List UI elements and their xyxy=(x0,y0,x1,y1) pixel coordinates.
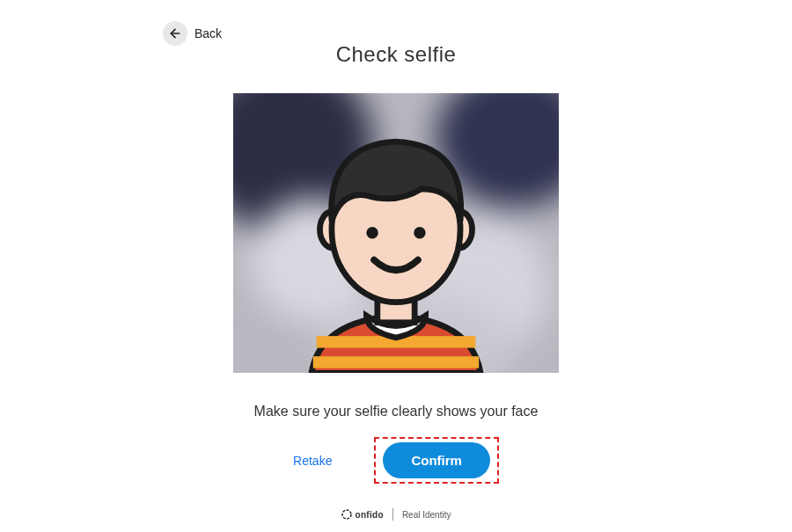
footer: onfido Real Identity xyxy=(0,508,792,521)
page-title: Check selfie xyxy=(0,42,792,67)
back-arrow-icon xyxy=(163,21,187,46)
svg-point-9 xyxy=(342,510,351,519)
footer-divider xyxy=(392,508,393,521)
action-row: Retake Confirm xyxy=(0,437,792,484)
back-label: Back xyxy=(194,26,222,40)
onfido-logo: onfido xyxy=(341,509,384,520)
retake-button[interactable]: Retake xyxy=(293,454,332,468)
svg-point-8 xyxy=(414,227,425,238)
selfie-preview xyxy=(233,93,559,373)
back-button[interactable]: Back xyxy=(163,21,222,46)
avatar-icon xyxy=(286,120,506,373)
svg-point-7 xyxy=(366,227,378,238)
footer-tagline: Real Identity xyxy=(402,510,451,520)
confirm-button[interactable]: Confirm xyxy=(383,442,490,478)
footer-brand-text: onfido xyxy=(356,510,384,520)
instruction-text: Make sure your selfie clearly shows your… xyxy=(0,404,792,419)
svg-rect-2 xyxy=(313,356,479,368)
